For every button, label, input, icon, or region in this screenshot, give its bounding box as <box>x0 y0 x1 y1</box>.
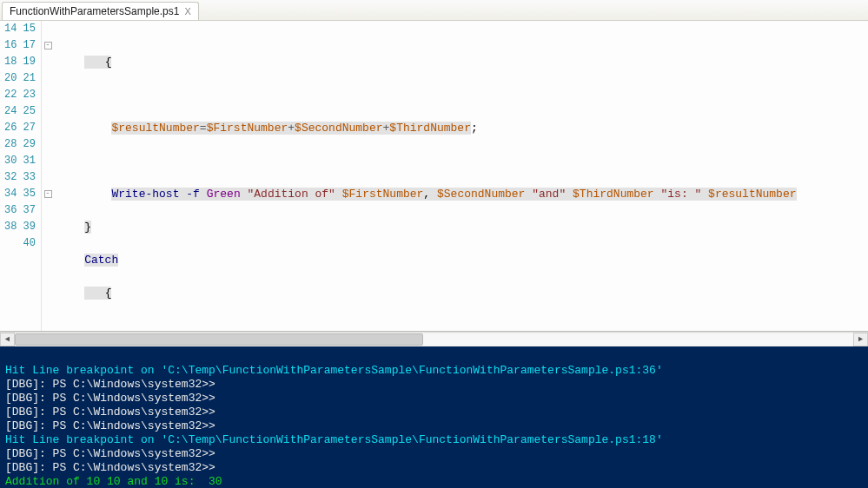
close-icon[interactable]: X <box>184 6 190 16</box>
console-line: [DBG]: PS C:\Windows\system32>> <box>5 419 215 432</box>
tab-bar: FunctionWithParametersSample.ps1 X <box>0 0 868 21</box>
console-line: [DBG]: PS C:\Windows\system32>> <box>5 406 215 419</box>
var: $resultNumber <box>111 122 199 135</box>
file-tab[interactable]: FunctionWithParametersSample.ps1 X <box>2 2 199 20</box>
console-line: [DBG]: PS C:\Windows\system32>> <box>5 392 215 405</box>
cmdlet: Write-host <box>111 188 179 201</box>
code-area[interactable]: { $resultNumber=$FirstNumber+$SecondNumb… <box>54 21 868 331</box>
console-line: Hit Line breakpoint on 'C:\Temp\Function… <box>5 364 663 377</box>
scrollbar-thumb[interactable] <box>15 333 423 346</box>
fold-column: - - <box>42 21 54 331</box>
console-line: [DBG]: PS C:\Windows\system32>> <box>5 447 215 460</box>
scrollbar-track[interactable] <box>15 333 853 346</box>
scroll-left-icon[interactable]: ◄ <box>0 333 15 346</box>
tab-title: FunctionWithParametersSample.ps1 <box>10 5 179 17</box>
console-line: Hit Line breakpoint on 'C:\Temp\Function… <box>5 433 663 446</box>
console-line: [DBG]: PS C:\Windows\system32>> <box>5 461 215 474</box>
scroll-right-icon[interactable]: ► <box>853 333 868 346</box>
brace: { <box>105 56 112 69</box>
console-line: [DBG]: PS C:\Windows\system32>> <box>5 378 215 391</box>
code-editor[interactable]: 14 15 16 17 18 19 20 21 22 23 24 25 26 2… <box>0 21 868 332</box>
catch-keyword: Catch <box>84 254 118 267</box>
line-number-gutter: 14 15 16 17 18 19 20 21 22 23 24 25 26 2… <box>0 21 42 331</box>
console-pane[interactable]: Hit Line breakpoint on 'C:\Temp\Function… <box>0 346 868 488</box>
console-output: Addition of 10 10 and 10 is: 30 <box>5 475 222 488</box>
horizontal-scrollbar[interactable]: ◄ ► <box>0 332 868 346</box>
